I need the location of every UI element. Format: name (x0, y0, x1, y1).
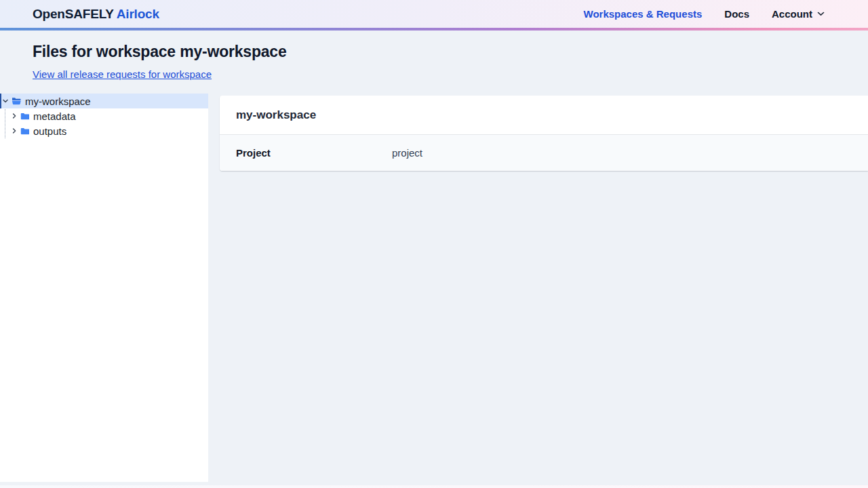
nav-docs[interactable]: Docs (724, 8, 749, 20)
chevron-right-icon[interactable] (10, 127, 18, 134)
folder-open-icon (12, 97, 21, 105)
chevron-right-icon[interactable] (10, 113, 18, 119)
brand-primary: OpenSAFELY (33, 7, 113, 21)
nav-account-menu[interactable]: Account (772, 8, 825, 20)
project-row-label: Project (236, 147, 392, 159)
brand-secondary: Airlock (117, 7, 159, 21)
nav-account-label: Account (772, 8, 812, 20)
tree-item-metadata[interactable]: metadata (0, 108, 208, 123)
folder-icon (20, 127, 29, 135)
project-row-value: project (392, 147, 422, 159)
page-title: Files for workspace my-workspace (33, 43, 835, 61)
tree-item-label: outputs (33, 125, 66, 137)
tree-indent-guide (5, 109, 5, 138)
app-header: OpenSAFELY Airlock Workspaces & Requests… (0, 0, 868, 28)
workspace-card-heading: my-workspace (220, 96, 868, 135)
chevron-down-icon (817, 12, 825, 16)
tree-item-outputs[interactable]: outputs (0, 123, 208, 138)
nav-workspaces-requests-label: Workspaces & Requests (584, 8, 703, 20)
tree-item-my-workspace[interactable]: my-workspace (0, 94, 208, 108)
tree-item-label: metadata (33, 110, 76, 122)
page-head: Files for workspace my-workspace View al… (0, 30, 868, 81)
main-nav: Workspaces & Requests Docs Account (584, 8, 825, 20)
tree-item-label: my-workspace (25, 96, 91, 107)
brand-logo[interactable]: OpenSAFELY Airlock (33, 7, 159, 22)
nav-workspaces-requests[interactable]: Workspaces & Requests (584, 8, 703, 20)
view-all-release-requests-link[interactable]: View all release requests for workspace (33, 68, 212, 80)
chevron-down-icon[interactable] (1, 98, 9, 104)
footer-strip (0, 485, 868, 488)
workspace-detail-card: my-workspace Project project (220, 96, 868, 171)
folder-icon (20, 113, 29, 120)
table-row: Project project (220, 135, 868, 171)
content-row: my-workspace metadata outputs (0, 94, 868, 482)
file-tree-panel: my-workspace metadata outputs (0, 94, 208, 482)
nav-docs-label: Docs (724, 8, 749, 20)
